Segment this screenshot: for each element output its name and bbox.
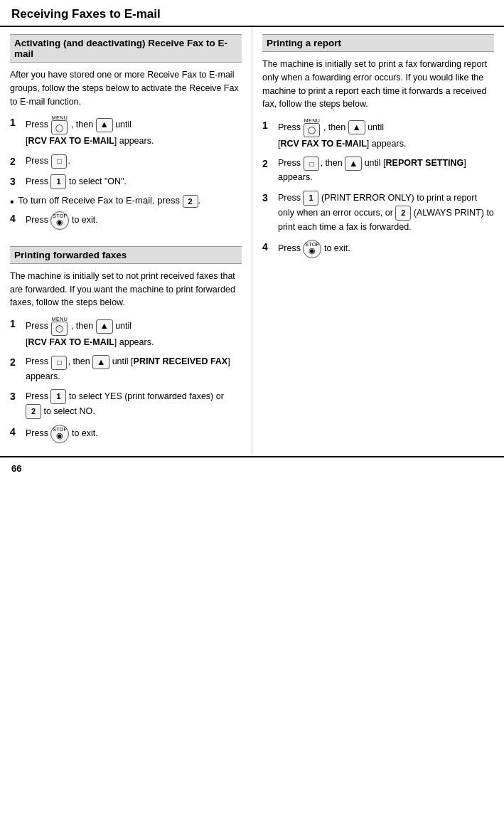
steps-list-forwarded: 1 Press MENU ◯ , then ▲ until [RCV FAX T… (10, 317, 242, 419)
section-activating-title: Activating (and deactivating) Receive Fa… (10, 34, 242, 63)
page-title: Receiving Faxes to E-mail (11, 7, 493, 21)
set-button[interactable]: □ (51, 356, 67, 370)
page-number: 66 (0, 456, 504, 480)
stop-button[interactable]: STOP ◉ (303, 240, 321, 258)
stop-button[interactable]: STOP ◉ (50, 211, 69, 230)
section-print-forwarded-title: Printing forwarded faxes (10, 246, 242, 264)
step-1-content: Press MENU ◯ , then ▲ until [RCV FAX TO … (278, 118, 494, 151)
sub-bullet-text: To turn off Receive Fax to E-mail, press… (18, 195, 201, 208)
step-4-activating: 4 Press STOP ◉ to exit. (10, 211, 242, 230)
step-number: 1 (262, 120, 275, 131)
steps-list-report: 1 Press MENU ◯ , then ▲ until [RCV FAX T… (262, 118, 494, 234)
section-print-report-intro: The machine is initially set to print a … (262, 58, 494, 111)
scroll-button-2[interactable]: ▲ (345, 157, 362, 171)
step-number: 4 (10, 213, 23, 224)
step-4-content: Press STOP ◉ to exit. (26, 425, 242, 443)
set-button[interactable]: □ (51, 154, 67, 169)
key-2-button[interactable]: 2 (26, 404, 41, 419)
step-number: 4 (10, 426, 23, 438)
step-2-activating: 2 Press □ . (10, 154, 242, 169)
step-3-activating: 3 Press 1 to select "ON". (10, 174, 242, 189)
step-number: 4 (262, 241, 275, 253)
step-2-report: 2 Press □ , then ▲ until [REPORT SETTING… (262, 157, 494, 184)
key-2-button[interactable]: 2 (395, 206, 411, 221)
step-number: 3 (10, 176, 23, 187)
stop-button[interactable]: STOP ◉ (50, 425, 69, 443)
page-header: Receiving Faxes to E-mail (0, 0, 504, 27)
step-3-content: Press 1 to select YES (print forwarded f… (26, 389, 242, 419)
key-2-button[interactable]: 2 (183, 195, 198, 208)
scroll-button[interactable]: ▲ (96, 118, 113, 132)
step-2-content: Press □ , then ▲ until [REPORT SETTING] … (278, 157, 494, 184)
step-3-forwarded: 3 Press 1 to select YES (print forwarded… (10, 389, 242, 419)
step-number: 3 (262, 192, 275, 203)
left-column: Activating (and deactivating) Receive Fa… (0, 27, 252, 456)
section-activating-intro: After you have stored one or more Receiv… (10, 68, 242, 108)
step-1-report: 1 Press MENU ◯ , then ▲ until [RCV FAX T… (262, 118, 494, 151)
step-1-activating: 1 Press MENU ◯ , then ▲ until [RCV FAX T… (10, 115, 242, 148)
scroll-button[interactable]: ▲ (348, 120, 365, 134)
right-column: Printing a report The machine is initial… (252, 27, 504, 456)
menu-button[interactable]: MENU ◯ (51, 317, 68, 336)
step-number: 1 (10, 117, 23, 128)
step-2-forwarded: 2 Press □ , then ▲ until [PRINT RECEIVED… (10, 355, 242, 383)
section-print-forwarded-intro: The machine is initially set to not prin… (10, 270, 242, 309)
step-4-forwarded: 4 Press STOP ◉ to exit. (10, 425, 242, 443)
step-4-report: 4 Press STOP ◉ to exit. (262, 240, 494, 258)
step-3-content: Press 1 (PRINT ERROR ONLY) to print a re… (278, 191, 494, 234)
step-2-content: Press □ . (26, 154, 242, 169)
scroll-button-2[interactable]: ▲ (92, 355, 109, 369)
key-1-button[interactable]: 1 (50, 389, 66, 404)
menu-button[interactable]: MENU ◯ (304, 118, 320, 137)
steps-list-activating: 1 Press MENU ◯ , then ▲ until [RCV FAX T… (10, 115, 242, 189)
menu-button[interactable]: MENU ◯ (51, 115, 68, 134)
section-print-report-title: Printing a report (262, 34, 494, 52)
step-number: 2 (262, 158, 275, 169)
key-1-button[interactable]: 1 (303, 191, 318, 206)
step-3-report: 3 Press 1 (PRINT ERROR ONLY) to print a … (262, 191, 494, 234)
step-number: 2 (10, 156, 23, 167)
step-1-forwarded: 1 Press MENU ◯ , then ▲ until [RCV FAX T… (10, 317, 242, 349)
step-number: 3 (10, 391, 23, 402)
step-1-content: Press MENU ◯ , then ▲ until [RCV FAX TO … (26, 115, 242, 148)
step-number: 1 (10, 318, 23, 329)
scroll-button[interactable]: ▲ (96, 319, 113, 334)
step-1-content: Press MENU ◯ , then ▲ until [RCV FAX TO … (26, 317, 242, 349)
step-4-content: Press STOP ◉ to exit. (278, 240, 494, 258)
section-print-forwarded: Printing forwarded faxes The machine is … (10, 246, 242, 443)
step-4-content: Press STOP ◉ to exit. (26, 211, 242, 230)
step-3-content: Press 1 to select "ON". (26, 174, 242, 189)
content-area: Activating (and deactivating) Receive Fa… (0, 27, 504, 456)
step-2-content: Press □ , then ▲ until [PRINT RECEIVED F… (26, 355, 242, 383)
section-print-report: Printing a report The machine is initial… (262, 34, 494, 258)
set-button[interactable]: □ (304, 157, 319, 171)
section-activating: Activating (and deactivating) Receive Fa… (10, 34, 242, 230)
step-number: 2 (10, 356, 23, 368)
sub-bullet-turnoff: • To turn off Receive Fax to E-mail, pre… (10, 195, 242, 208)
key-1-button[interactable]: 1 (50, 174, 66, 189)
